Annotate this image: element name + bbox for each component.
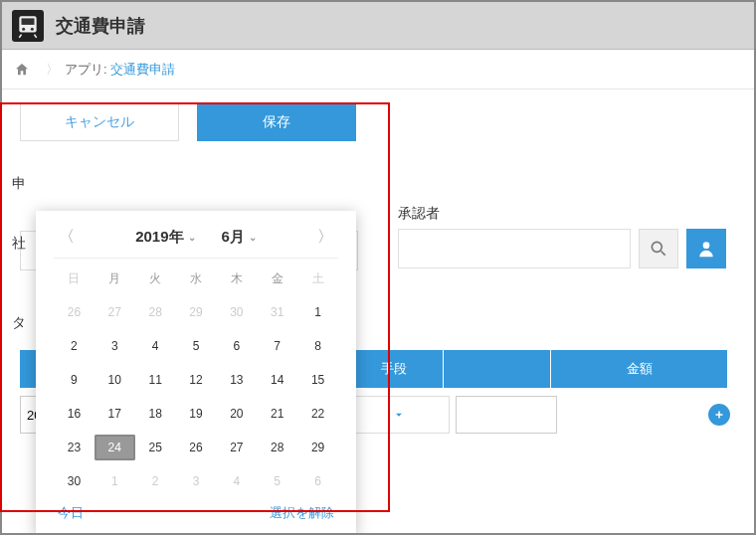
calendar-day[interactable]: 28 xyxy=(135,299,176,325)
user-picker-button[interactable] xyxy=(686,229,726,268)
app-header: 交通費申請 xyxy=(2,2,754,50)
add-row-button[interactable] xyxy=(708,404,730,426)
dow-header: 水 xyxy=(176,267,217,291)
calendar-day[interactable]: 30 xyxy=(54,468,94,494)
breadcrumb-label: アプリ: xyxy=(65,61,107,79)
calendar-day[interactable]: 27 xyxy=(216,435,257,460)
svg-line-5 xyxy=(662,252,665,256)
calendar-grid: 日月火水木金土262728293031123456789101112131415… xyxy=(54,258,338,494)
calendar-day[interactable]: 14 xyxy=(257,367,297,393)
breadcrumb-app-link[interactable]: 交通費申請 xyxy=(110,61,175,79)
month-selector[interactable]: 6月⌄ xyxy=(222,228,257,247)
calendar-day[interactable]: 2 xyxy=(54,333,94,359)
calendar-day[interactable]: 10 xyxy=(94,367,135,393)
dow-header: 土 xyxy=(297,267,338,291)
today-link[interactable]: 今日 xyxy=(58,504,84,522)
text-input-2[interactable] xyxy=(456,396,557,434)
calendar-day[interactable]: 2 xyxy=(135,468,176,494)
chevron-down-icon: ⌄ xyxy=(188,232,196,243)
applicant-label: 申 xyxy=(12,175,26,193)
calendar-day[interactable]: 21 xyxy=(257,401,297,427)
calendar-day[interactable]: 29 xyxy=(297,435,338,460)
calendar-day[interactable]: 4 xyxy=(216,468,257,494)
clear-selection-link[interactable]: 選択を解除 xyxy=(270,504,334,522)
calendar-day[interactable]: 15 xyxy=(297,367,338,393)
calendar-day[interactable]: 11 xyxy=(135,367,176,393)
calendar-day[interactable]: 3 xyxy=(94,333,135,359)
calendar-day[interactable]: 18 xyxy=(135,401,176,427)
approver-input[interactable] xyxy=(398,229,631,268)
dow-header: 日 xyxy=(54,267,94,291)
svg-point-3 xyxy=(31,27,34,30)
search-icon xyxy=(649,239,668,259)
calendar-day[interactable]: 3 xyxy=(176,468,217,494)
calendar-day[interactable]: 17 xyxy=(94,401,135,427)
calendar-day[interactable]: 24 xyxy=(94,435,135,460)
prev-month-button[interactable]: 〈 xyxy=(58,227,76,248)
calendar-day[interactable]: 26 xyxy=(176,435,217,460)
type-label: タ xyxy=(12,314,26,332)
calendar-day[interactable]: 6 xyxy=(216,333,257,359)
datepicker-popup: 〈 2019年⌄ 6月⌄ 〉 日月火水木金土262728293031123456… xyxy=(36,211,356,535)
calendar-day[interactable]: 20 xyxy=(216,401,257,427)
calendar-day[interactable]: 12 xyxy=(176,367,217,393)
calendar-day[interactable]: 5 xyxy=(176,333,217,359)
calendar-day[interactable]: 6 xyxy=(297,468,338,494)
svg-rect-1 xyxy=(22,18,35,25)
year-selector[interactable]: 2019年⌄ xyxy=(135,228,195,247)
calendar-day[interactable]: 9 xyxy=(54,367,94,393)
method-select[interactable] xyxy=(348,396,450,434)
calendar-day[interactable]: 29 xyxy=(176,299,217,325)
svg-point-2 xyxy=(22,27,25,30)
chevron-down-icon: ⌄ xyxy=(249,232,257,243)
calendar-day[interactable]: 28 xyxy=(257,435,297,460)
calendar-day[interactable]: 1 xyxy=(94,468,135,494)
next-month-button[interactable]: 〉 xyxy=(316,227,334,248)
plus-icon xyxy=(713,409,725,421)
cancel-button[interactable]: キャンセル xyxy=(20,103,179,141)
chevron-down-icon xyxy=(392,408,406,422)
calendar-day[interactable]: 1 xyxy=(297,299,338,325)
calendar-day[interactable]: 19 xyxy=(176,401,217,427)
approver-label: 承認者 xyxy=(398,205,736,223)
calendar-day[interactable]: 22 xyxy=(297,401,338,427)
calendar-day[interactable]: 5 xyxy=(257,468,297,494)
calendar-day[interactable]: 25 xyxy=(135,435,176,460)
calendar-day[interactable]: 8 xyxy=(297,333,338,359)
svg-point-4 xyxy=(652,242,662,252)
page-title: 交通費申請 xyxy=(56,14,145,38)
calendar-day[interactable]: 16 xyxy=(54,401,94,427)
search-button[interactable] xyxy=(639,229,678,268)
calendar-day[interactable]: 7 xyxy=(257,333,297,359)
breadcrumb: 〉 アプリ: 交通費申請 xyxy=(2,50,754,89)
th-amount: 金額 xyxy=(551,350,728,388)
calendar-day[interactable]: 30 xyxy=(216,299,257,325)
calendar-day[interactable]: 26 xyxy=(54,299,94,325)
train-icon xyxy=(12,10,44,42)
dow-header: 火 xyxy=(135,267,176,291)
dow-header: 金 xyxy=(257,267,297,291)
calendar-day[interactable]: 13 xyxy=(216,367,257,393)
svg-point-6 xyxy=(703,242,710,249)
company-label: 社 xyxy=(12,235,26,253)
dow-header: 月 xyxy=(94,267,135,291)
calendar-day[interactable]: 27 xyxy=(94,299,135,325)
chevron-right-icon: 〉 xyxy=(46,61,59,79)
home-icon[interactable] xyxy=(14,62,30,78)
th-5 xyxy=(444,350,551,388)
user-icon xyxy=(696,239,716,259)
calendar-day[interactable]: 23 xyxy=(54,435,94,460)
calendar-day[interactable]: 31 xyxy=(257,299,297,325)
save-button[interactable]: 保存 xyxy=(197,103,356,141)
dow-header: 木 xyxy=(216,267,257,291)
calendar-day[interactable]: 4 xyxy=(135,333,176,359)
th-method: 手段 xyxy=(344,350,444,388)
